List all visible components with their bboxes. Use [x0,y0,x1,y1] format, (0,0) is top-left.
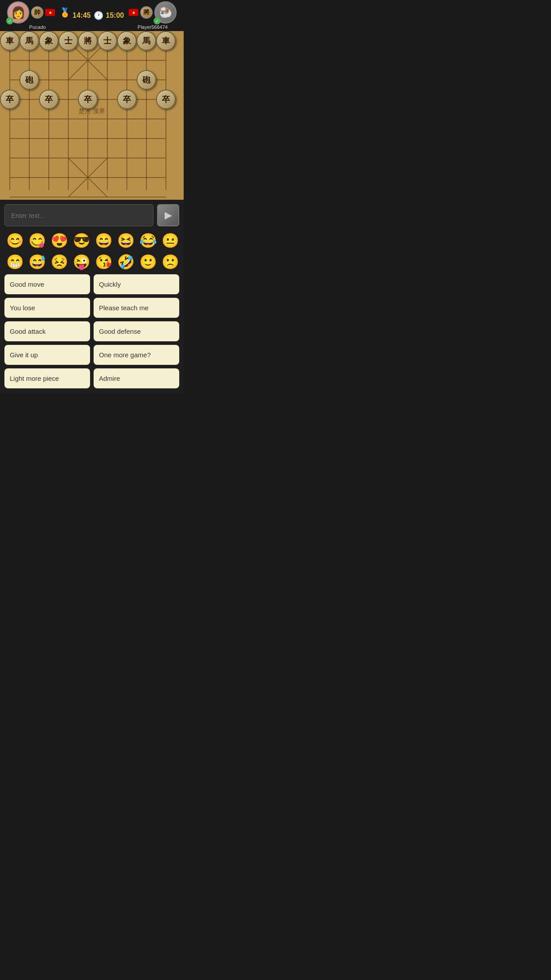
emoji-btn-row1-2[interactable]: 😍 [49,232,70,249]
player1-flag: ★ [45,9,55,16]
phrase-right-1[interactable]: Please teach me [94,298,179,318]
emoji-btn-row1-7[interactable]: 😐 [160,232,181,249]
chess-piece[interactable]: 象 [39,31,59,51]
player1-avatar-wrap: 👩 ✓ 帥 ★ 🏅 [7,1,68,24]
emoji-btn-row2-4[interactable]: 😘 [93,253,114,271]
player2-info: ★ 將 🐏 ✓ Player566474 [129,1,177,30]
emoji-btn-row2-2[interactable]: 😣 [49,253,70,271]
player2-flag: ★ [129,9,138,16]
clock-icon: 🕐 [94,11,103,20]
emoji-btn-row1-6[interactable]: 😂 [138,232,159,249]
phrase-right-2[interactable]: Good defense [94,321,179,341]
phrase-left-4[interactable]: Light more piece [4,368,90,388]
chess-piece[interactable]: 砲 [137,70,156,90]
emoji-btn-row2-6[interactable]: 🙂 [138,253,159,271]
phrase-left-0[interactable]: Good move [4,274,90,294]
player2-check-badge: ✓ [153,17,161,24]
emoji-btn-row2-7[interactable]: 🙁 [160,253,181,271]
chess-piece[interactable]: 卒 [78,90,98,109]
emoji-btn-row1-1[interactable]: 😋 [27,232,48,249]
player1-piece-badge: 帥 [31,6,43,19]
chess-piece[interactable]: 車 [0,31,20,51]
send-icon: ▶ [165,209,172,221]
emoji-btn-row1-5[interactable]: 😆 [115,232,137,249]
phrases-grid: Good moveQuicklyYou losePlease teach meG… [4,274,179,388]
chess-piece[interactable]: 卒 [117,90,137,109]
player1-name: Pucado [29,24,46,30]
chess-piece[interactable]: 卒 [39,90,59,109]
send-button[interactable]: ▶ [157,204,179,226]
player1-info: 👩 ✓ 帥 ★ 🏅 Pucado [7,1,68,30]
player1-timer: 14:45 [73,12,91,20]
phrase-left-2[interactable]: Good attack [4,321,90,341]
phrase-left-3[interactable]: Give it up [4,345,90,365]
chess-piece[interactable]: 卒 [0,90,20,109]
phrase-right-3[interactable]: One more game? [94,345,179,365]
phrase-left-1[interactable]: You lose [4,298,90,318]
timer-row: 14:45 🕐 15:00 [73,11,124,20]
emoji-btn-row2-0[interactable]: 😁 [4,253,26,271]
chess-piece[interactable]: 士 [98,31,117,51]
emoji-row-2: 😁😅😣😜😘🤣🙂🙁 [4,253,179,271]
phrase-right-4[interactable]: Admire [94,368,179,388]
chess-piece[interactable]: 車 [156,31,176,51]
game-header: 👩 ✓ 帥 ★ 🏅 Pucado 14:45 🕐 15:00 ★ 將 [0,0,184,31]
chess-piece[interactable]: 象 [117,31,137,51]
chess-board-container: 楚河 漢界 車馬象士將士象馬車砲砲卒卒卒卒卒 [0,31,184,200]
emoji-btn-row1-0[interactable]: 😊 [4,232,26,249]
player2-timer: 15:00 [106,12,124,20]
player1-rank: 🏅 [59,7,71,18]
player2-name: Player566474 [138,24,168,30]
emoji-btn-row2-1[interactable]: 😅 [27,253,48,271]
chess-piece[interactable]: 砲 [20,70,39,90]
emoji-row-1: 😊😋😍😎😄😆😂😐 [4,232,179,249]
chess-piece[interactable]: 將 [78,31,98,51]
timer-section: 14:45 🕐 15:00 [73,11,124,20]
chess-piece[interactable]: 士 [59,31,78,51]
chess-piece[interactable]: 馬 [137,31,156,51]
chat-area: ▶ 😊😋😍😎😄😆😂😐 😁😅😣😜😘🤣🙂🙁 Good moveQuicklyYou … [0,200,184,393]
emoji-btn-row2-3[interactable]: 😜 [71,253,92,271]
player1-check-badge: ✓ [6,17,13,24]
chess-piece[interactable]: 馬 [20,31,39,51]
emoji-btn-row2-5[interactable]: 🤣 [115,253,137,271]
chess-piece[interactable]: 卒 [156,90,176,109]
chat-input[interactable] [4,204,153,226]
player2-piece-badge: 將 [140,6,153,19]
player2-avatar-wrap: ★ 將 🐏 ✓ [129,1,177,24]
emoji-btn-row1-3[interactable]: 😎 [71,232,92,249]
phrase-right-0[interactable]: Quickly [94,274,179,294]
emoji-btn-row1-4[interactable]: 😄 [93,232,114,249]
text-input-row: ▶ [4,204,179,226]
